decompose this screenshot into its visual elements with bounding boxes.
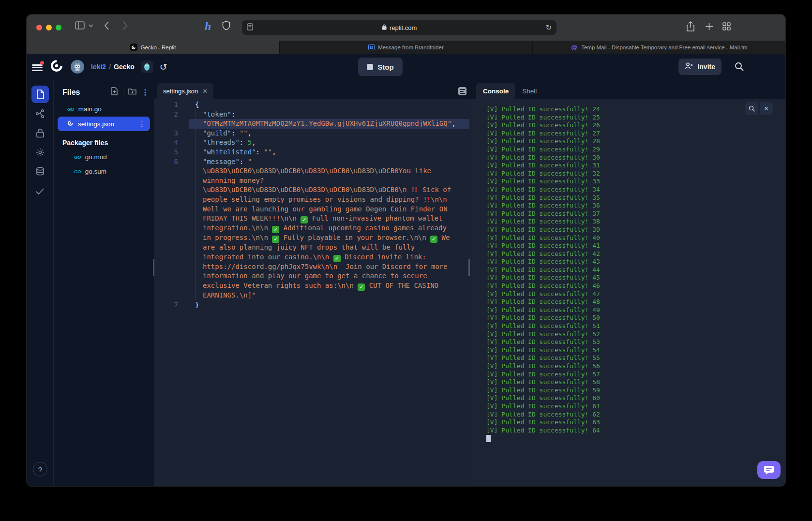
file-name: go.sum bbox=[85, 168, 106, 175]
console-log-line: [V] Pulled ID successfully! 61 bbox=[486, 402, 776, 411]
code-text: are also planning juicy NFT drops that w… bbox=[189, 243, 469, 253]
code-line: 1{ bbox=[154, 100, 469, 110]
line-number bbox=[154, 271, 189, 281]
console-log-line: [V] Pulled ID successfully! 48 bbox=[486, 298, 776, 306]
console-log-line: [V] Pulled ID successfully! 59 bbox=[486, 387, 776, 395]
chat-bubble-button[interactable] bbox=[757, 461, 781, 479]
avatar[interactable] bbox=[71, 60, 84, 74]
file-row-go-mod[interactable]: GOgo.mod bbox=[54, 149, 154, 164]
code-text: winnning money? bbox=[189, 176, 469, 186]
code-line: Well we are launching our gambling game … bbox=[154, 205, 469, 214]
console-log-line: [V] Pulled ID successfully! 40 bbox=[486, 234, 776, 242]
line-number bbox=[154, 185, 189, 195]
code-line: information and play our game to get a c… bbox=[154, 271, 469, 281]
console-output[interactable]: ✕ [V] Pulled ID successfully! 24[V] Pull… bbox=[469, 99, 785, 486]
tab-console[interactable]: Console bbox=[476, 83, 515, 99]
browser-tab-brandfolder[interactable]: B Message from Brandfolder bbox=[279, 41, 532, 54]
share-icon[interactable] bbox=[686, 21, 695, 32]
browser-tab-tempmail[interactable]: @ Temp Mail - Disposable Temporary and F… bbox=[532, 41, 785, 54]
code-editor[interactable]: 1{2"token":"OTMzMTMzMTA0MTMzMDQ2MzY1.Yed… bbox=[154, 99, 469, 310]
console-log-line: [V] Pulled ID successfully! 35 bbox=[486, 194, 776, 202]
files-panel: Files ⋮ GOmain.gosettings.json bbox=[53, 80, 154, 486]
sidebar-toggle-icon[interactable] bbox=[75, 21, 85, 30]
history-icon[interactable]: ↺ bbox=[160, 62, 167, 72]
invite-button[interactable]: Invite bbox=[678, 59, 722, 75]
rail-version-control-icon[interactable] bbox=[31, 105, 49, 122]
line-number: 3 bbox=[154, 129, 189, 138]
back-button[interactable] bbox=[104, 21, 109, 30]
editor-tab-settings-json[interactable]: settings.json ✕ bbox=[157, 83, 213, 99]
console-log-line: [V] Pulled ID successfully! 56 bbox=[486, 362, 776, 371]
console-log-line: [V] Pulled ID successfully! 42 bbox=[486, 250, 776, 258]
replit-logo-icon[interactable] bbox=[49, 59, 64, 75]
reader-icon[interactable] bbox=[247, 23, 253, 32]
rail-checklist-icon[interactable] bbox=[31, 182, 49, 200]
panel-resize-handle[interactable] bbox=[153, 259, 154, 276]
file-row-main-go[interactable]: GOmain.go bbox=[54, 102, 154, 116]
new-tab-icon[interactable] bbox=[705, 22, 713, 30]
help-button[interactable]: ? bbox=[33, 462, 47, 476]
code-text: FRIDAY THIS WEEK!!!\n\n ✓ Full non-invas… bbox=[189, 214, 469, 223]
close-tab-icon[interactable]: ✕ bbox=[202, 88, 208, 95]
replit-favicon bbox=[130, 44, 137, 51]
forward-button[interactable] bbox=[122, 21, 128, 30]
menu-icon[interactable] bbox=[32, 63, 43, 71]
console-list-icon[interactable] bbox=[458, 87, 466, 95]
search-icon[interactable] bbox=[735, 62, 744, 73]
code-text: https://discord.gg/phJqx75vwk\n\n Join o… bbox=[189, 262, 469, 272]
go-file-icon: GO bbox=[74, 169, 81, 174]
rail-secrets-lock-icon[interactable] bbox=[31, 124, 49, 142]
line-number bbox=[154, 166, 189, 176]
username-link[interactable]: leki2 bbox=[91, 63, 106, 71]
chevron-down-icon[interactable] bbox=[89, 24, 93, 28]
browser-tab-gecko[interactable]: Gecko - Replit bbox=[27, 41, 279, 54]
minimize-window-button[interactable] bbox=[46, 25, 52, 30]
code-line: are also planning juicy NFT drops that w… bbox=[154, 243, 469, 253]
check-emoji: ✓ bbox=[272, 236, 279, 243]
file-row-settings-json[interactable]: settings.json⋮ bbox=[58, 117, 150, 131]
add-file-icon[interactable] bbox=[111, 87, 118, 97]
stop-button[interactable]: Stop bbox=[358, 58, 403, 76]
console-log-line: [V] Pulled ID successfully! 49 bbox=[486, 306, 776, 314]
code-text: "OTMzMTMzMTA0MTMzMDQ2MzY1.YedGBw.gjUXHv6… bbox=[189, 119, 469, 129]
code-text: exclusive Veteran rights such as:\n\n ✓ … bbox=[189, 281, 469, 291]
project-name[interactable]: Gecko bbox=[114, 63, 135, 71]
url-text: replit.com bbox=[390, 24, 417, 31]
check-emoji: ✓ bbox=[333, 255, 341, 262]
check-emoji: ✓ bbox=[358, 283, 365, 291]
double-exclamation-emoji: !! bbox=[411, 186, 417, 194]
line-number bbox=[154, 243, 189, 253]
go-language-badge[interactable] bbox=[141, 60, 153, 73]
file-options-kebab-icon[interactable]: ⋮ bbox=[139, 120, 146, 128]
code-line: 3"guild": "", bbox=[154, 129, 469, 138]
console-log-line: [V] Pulled ID successfully! 33 bbox=[486, 178, 776, 186]
add-folder-icon[interactable] bbox=[128, 88, 136, 97]
line-number bbox=[154, 291, 189, 300]
tab-shell[interactable]: Shell bbox=[515, 83, 543, 99]
shield-extension-icon[interactable] bbox=[222, 21, 230, 30]
code-line: in progress.\n\n ✓ Fully playable in you… bbox=[154, 233, 469, 243]
tab-overview-icon[interactable] bbox=[722, 22, 731, 30]
reload-icon[interactable]: ↻ bbox=[545, 23, 552, 32]
rail-database-icon[interactable] bbox=[31, 163, 49, 180]
zoom-window-button[interactable] bbox=[56, 25, 61, 30]
console-log-line: [V] Pulled ID successfully! 24 bbox=[486, 105, 776, 114]
rail-files-button[interactable] bbox=[31, 86, 49, 103]
console-search-button[interactable] bbox=[745, 102, 758, 115]
console-log-line: [V] Pulled ID successfully! 37 bbox=[486, 210, 776, 218]
line-number bbox=[154, 176, 189, 186]
code-text: people selling empty promises or visions… bbox=[189, 195, 469, 205]
files-menu-kebab-icon[interactable]: ⋮ bbox=[141, 88, 149, 97]
console-clear-button[interactable]: ✕ bbox=[760, 102, 773, 115]
line-number: 5 bbox=[154, 148, 189, 157]
code-line: FRIDAY THIS WEEK!!!\n\n ✓ Full non-invas… bbox=[154, 214, 469, 223]
extension-h-icon[interactable]: h bbox=[205, 20, 211, 33]
code-text: { bbox=[189, 100, 469, 110]
address-bar[interactable]: replit.com ↻ bbox=[242, 20, 556, 35]
close-window-button[interactable] bbox=[36, 25, 42, 30]
file-row-go-sum[interactable]: GOgo.sum bbox=[54, 164, 154, 179]
rail-settings-gear-icon[interactable] bbox=[31, 144, 49, 161]
code-text: in progress.\n\n ✓ Fully playable in you… bbox=[189, 233, 469, 243]
terminal-cursor bbox=[486, 435, 491, 442]
code-text: "token": bbox=[189, 110, 469, 119]
